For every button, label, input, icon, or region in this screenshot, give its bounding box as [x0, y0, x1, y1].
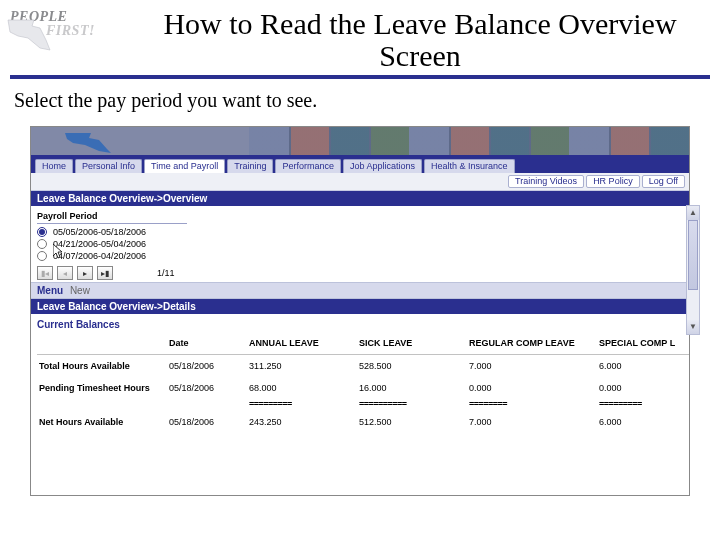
- banner-florida-icon: [61, 129, 121, 155]
- net-date: 05/18/2006: [167, 411, 247, 433]
- balances-table: Date ANNUAL LEAVE SICK LEAVE REGULAR COM…: [31, 332, 689, 433]
- header-buttons-bar: Training Videos HR Policy Log Off: [31, 173, 689, 191]
- row1-label: Pending Timesheet Hours: [37, 377, 167, 399]
- payroll-period-radio-1[interactable]: [37, 239, 47, 249]
- tab-performance[interactable]: Performance: [275, 159, 341, 173]
- net-regular: 7.000: [467, 411, 597, 433]
- pager-prev-button[interactable]: ◂: [57, 266, 73, 280]
- banner-decor: [249, 127, 689, 155]
- page-title: How to Read the Leave Balance Overview S…: [130, 8, 710, 71]
- col-special-comp-leave: SPECIAL COMP L: [597, 332, 690, 355]
- menu-bar: Menu New: [31, 282, 689, 299]
- tab-time-and-payroll[interactable]: Time and Payroll: [144, 159, 225, 173]
- row0-label: Total Hours Available: [37, 355, 167, 377]
- payroll-period-radio-2[interactable]: [37, 251, 47, 261]
- divider-sick: ==========: [357, 399, 467, 411]
- divider-annual: =========: [247, 399, 357, 411]
- scroll-thumb[interactable]: [688, 220, 698, 290]
- tab-home[interactable]: Home: [35, 159, 73, 173]
- instruction-text: Select the pay period you want to see.: [14, 89, 708, 112]
- row1-sick: 16.000: [357, 377, 467, 399]
- title-underline: [10, 75, 710, 79]
- hr-policy-button[interactable]: HR Policy: [586, 175, 640, 188]
- row1-date: 05/18/2006: [167, 377, 247, 399]
- col-date: Date: [167, 332, 247, 355]
- net-special: 6.000: [597, 411, 690, 433]
- col-regular-comp-leave: REGULAR COMP LEAVE: [467, 332, 597, 355]
- row0-special: 6.000: [597, 355, 690, 377]
- pager-first-button[interactable]: ▮◂: [37, 266, 53, 280]
- section-details-header: Leave Balance Overview->Details: [31, 299, 689, 315]
- divider-regular: ========: [467, 399, 597, 411]
- menu-new-link[interactable]: New: [70, 285, 90, 296]
- net-label: Net Hours Available: [37, 411, 167, 433]
- payroll-period-option-1[interactable]: 04/21/2006-05/04/2006: [37, 238, 683, 250]
- people-first-logo: PEOPLE FIRST!: [10, 8, 130, 38]
- scroll-down-icon[interactable]: ▼: [687, 320, 699, 334]
- overview-scrollbar[interactable]: ▲ ▼: [686, 205, 700, 335]
- divider-date: [167, 399, 247, 411]
- tab-job-applications[interactable]: Job Applications: [343, 159, 422, 173]
- payroll-period-option-2[interactable]: 04/07/2006-04/20/2006: [37, 250, 683, 262]
- row0-regular: 7.000: [467, 355, 597, 377]
- row0-annual: 311.250: [247, 355, 357, 377]
- log-off-button[interactable]: Log Off: [642, 175, 685, 188]
- net-sick: 512.500: [357, 411, 467, 433]
- training-videos-button[interactable]: Training Videos: [508, 175, 584, 188]
- col-blank: [37, 332, 167, 355]
- col-sick-leave: SICK LEAVE: [357, 332, 467, 355]
- divider-blank: [37, 399, 167, 411]
- payroll-period-text-0: 05/05/2006-05/18/2006: [53, 227, 146, 237]
- nav-tabs: Home Personal Info Time and Payroll Trai…: [31, 155, 689, 173]
- pager: ▮◂ ◂ ▸ ▸▮ 1/11: [37, 266, 683, 280]
- menu-label[interactable]: Menu: [37, 285, 63, 296]
- pager-page: 1/11: [157, 268, 175, 278]
- net-annual: 243.250: [247, 411, 357, 433]
- payroll-period-panel: Payroll Period 05/05/2006-05/18/2006 04/…: [31, 207, 689, 280]
- tab-training[interactable]: Training: [227, 159, 273, 173]
- scroll-up-icon[interactable]: ▲: [687, 206, 699, 220]
- payroll-period-option-0[interactable]: 05/05/2006-05/18/2006: [37, 226, 683, 238]
- payroll-period-radio-0[interactable]: [37, 227, 47, 237]
- pager-last-button[interactable]: ▸▮: [97, 266, 113, 280]
- payroll-period-label: Payroll Period: [37, 211, 187, 224]
- row1-annual: 68.000: [247, 377, 357, 399]
- pager-next-button[interactable]: ▸: [77, 266, 93, 280]
- tab-personal-info[interactable]: Personal Info: [75, 159, 142, 173]
- row1-regular: 0.000: [467, 377, 597, 399]
- tab-health-insurance[interactable]: Health & Insurance: [424, 159, 515, 173]
- row1-special: 0.000: [597, 377, 690, 399]
- app-screenshot: Home Personal Info Time and Payroll Trai…: [30, 126, 690, 496]
- divider-special: =========: [597, 399, 690, 411]
- col-annual-leave: ANNUAL LEAVE: [247, 332, 357, 355]
- logo-line2: FIRST!: [46, 24, 130, 38]
- payroll-period-text-2: 04/07/2006-04/20/2006: [53, 251, 146, 261]
- section-overview-header: Leave Balance Overview->Overview: [31, 191, 689, 207]
- current-balances-label: Current Balances: [31, 315, 689, 332]
- row0-sick: 528.500: [357, 355, 467, 377]
- row0-date: 05/18/2006: [167, 355, 247, 377]
- app-banner: [31, 127, 689, 155]
- florida-shape-icon: [6, 18, 56, 52]
- payroll-period-text-1: 04/21/2006-05/04/2006: [53, 239, 146, 249]
